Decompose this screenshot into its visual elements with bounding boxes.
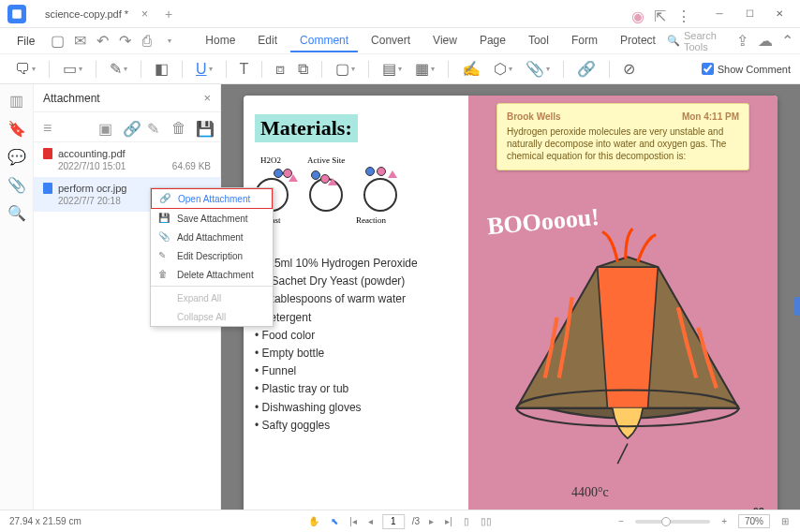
zoom-in-icon[interactable]: + [719,516,729,526]
underline-tool[interactable]: U▾ [190,58,218,81]
left-rail: ▥ 🔖 💬 📎 🔍 [0,84,34,510]
ctx-delete-attachment[interactable]: 🗑Delete Attachment [151,265,273,284]
close-button[interactable]: ✕ [766,5,793,23]
hand-tool-icon[interactable]: ✋ [306,516,321,526]
collapse-ribbon-icon[interactable]: ⌃ [780,33,795,50]
save-icon[interactable]: ▢ [48,33,67,50]
panel-title: Attachment [43,92,100,105]
comment-body: Hydrogen peroxide molecules are very uns… [507,126,739,162]
menu-tab-tool[interactable]: Tool [519,30,558,52]
user-avatar-icon[interactable]: ◉ [631,7,644,21]
share-icon[interactable]: ⇱ [654,7,667,21]
menu-tab-home[interactable]: Home [196,30,244,52]
scroll-indicator[interactable] [794,297,800,316]
attach-tool[interactable]: 📎▾ [520,57,556,81]
menubar: File ▢ ✉ ↶ ↷ ⎙ ▾ HomeEditCommentConvertV… [0,28,800,54]
thumbnails-icon[interactable]: ▥ [8,92,25,109]
attachment-name: accounting.pdf [58,148,126,159]
shape-tool[interactable]: ▢▾ [330,57,361,81]
search-panel-icon[interactable]: 🔍 [8,204,25,221]
zoom-value[interactable]: 70% [738,514,770,528]
panel-close-icon[interactable]: × [203,91,211,105]
comments-icon[interactable]: 💬 [8,148,25,165]
cloud-icon[interactable]: ☁ [758,33,773,50]
menu-tab-view[interactable]: View [423,30,467,52]
ctx-save-attachment[interactable]: 💾Save Attachment [151,209,273,228]
mail-icon[interactable]: ✉ [70,33,89,50]
menu-tab-protect[interactable]: Protect [611,30,665,52]
minimize-button[interactable]: ─ [706,5,733,23]
delete-attach-icon[interactable]: 🗑 [171,120,186,135]
prev-page-icon[interactable]: ◂ [366,516,375,526]
tab-title: science-copy.pdf * [45,8,128,20]
show-comment-checkbox[interactable] [702,63,714,75]
redo-icon[interactable]: ↷ [115,33,134,50]
bookmarks-icon[interactable]: 🔖 [8,120,25,137]
add-attach-icon[interactable]: 🔗 [123,120,138,135]
document-tab[interactable]: science-copy.pdf * × [36,4,157,24]
ctx-icon: 🔗 [159,193,170,204]
hide-tool[interactable]: ⊘ [617,57,641,81]
menu-tab-page[interactable]: Page [470,30,515,52]
page-number-input[interactable] [382,514,405,529]
show-comment-toggle[interactable]: Show Comment [702,63,791,75]
search-tools[interactable]: 🔍 Search Tools [667,30,728,52]
select-tool-icon[interactable]: ⬉ [329,516,340,526]
ctx-add-attachment[interactable]: 📎Add Attachment [151,228,273,246]
export-icon[interactable]: ⇪ [735,33,750,50]
next-page-icon[interactable]: ▸ [427,516,436,526]
open-attach-icon[interactable]: ▣ [98,120,113,135]
kebab-menu-icon[interactable]: ⋮ [676,7,689,21]
menu-tab-edit[interactable]: Edit [248,30,287,52]
ctx-label: Open Attachment [178,194,250,204]
two-page-icon[interactable]: ▯▯ [479,516,494,526]
maximize-button[interactable]: ☐ [736,5,763,23]
callout-tool[interactable]: ⧉ [292,58,314,81]
undo-icon[interactable]: ↶ [93,33,111,50]
pencil-tool[interactable]: ✎▾ [104,57,133,81]
comment-note[interactable]: Brook Wells Mon 4:11 PM Hydrogen peroxid… [496,103,749,170]
zoom-slider[interactable] [635,520,710,524]
svg-rect-0 [12,9,22,19]
pdf-page: W Materials: H2O2 Active Site [244,96,778,510]
material-item: Empty bottle [255,345,457,362]
ctx-label: Add Attachment [177,232,244,243]
single-page-icon[interactable]: ▯ [462,516,471,526]
highlight-tool[interactable]: ▭▾ [57,57,88,81]
zoom-out-icon[interactable]: − [616,516,626,526]
clip-tool[interactable]: 🔗 [571,57,601,81]
stamp2-tool[interactable]: ⬡▾ [488,57,518,81]
statusbar: 27.94 x 21.59 cm ✋ ⬉ |◂ ◂ /3 ▸ ▸| ▯ ▯▯ −… [0,510,800,532]
menu-tab-convert[interactable]: Convert [362,30,420,52]
edit-attach-icon[interactable]: ✎ [147,120,162,135]
text-tool[interactable]: T [234,58,255,81]
ctx-open-attachment[interactable]: 🔗Open Attachment [151,188,273,209]
ctx-edit-description[interactable]: ✎Edit Description [151,246,273,265]
menu-tab-form[interactable]: Form [562,30,607,52]
new-tab-button[interactable]: + [165,7,172,22]
attachments-icon[interactable]: 📎 [8,176,25,193]
tab-close-icon[interactable]: × [141,7,148,21]
print-caret-icon[interactable]: ▾ [160,33,179,50]
list-view-icon[interactable]: ≡ [43,120,58,135]
ctx-icon: 💾 [158,213,170,224]
signature-tool[interactable]: ✍ [456,57,486,81]
material-item: Safty goggles [255,417,457,435]
ctx-expand-all: Expand All [151,288,273,307]
page-total: /3 [412,516,420,526]
fit-page-icon[interactable]: ⊞ [779,516,791,526]
comment-author: Brook Wells [507,111,561,122]
attachment-item[interactable]: accounting.pdf2022/7/10 15:0164.69 KB [34,142,220,177]
file-menu[interactable]: File [9,31,42,52]
last-page-icon[interactable]: ▸| [443,516,454,526]
print-icon[interactable]: ⎙ [138,33,156,50]
measure-tool[interactable]: ▦▾ [409,57,440,81]
textbox-tool[interactable]: ⧈ [270,58,290,81]
stamp-tool[interactable]: ▤▾ [377,57,407,81]
note-tool[interactable]: 🗨▾ [9,58,41,81]
menu-tab-comment[interactable]: Comment [290,30,358,52]
first-page-icon[interactable]: |◂ [348,516,359,526]
document-viewport[interactable]: W Materials: H2O2 Active Site [221,84,800,510]
save-attach-icon[interactable]: 💾 [196,120,211,135]
eraser-tool[interactable]: ◧ [149,57,174,81]
